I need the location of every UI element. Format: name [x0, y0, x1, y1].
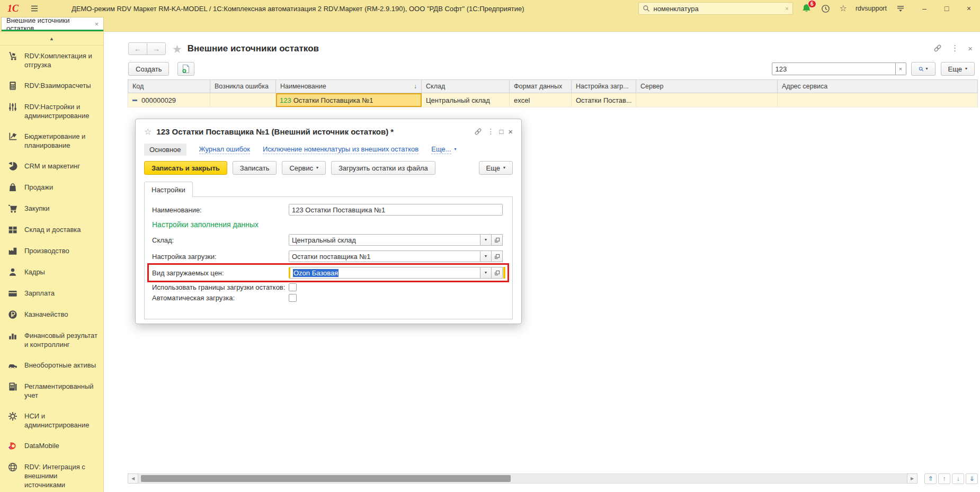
back-button[interactable]: ← [128, 42, 147, 55]
dialog-maximize-icon[interactable]: □ [499, 128, 503, 136]
sidebar-item-zarplata[interactable]: Зарплата [0, 283, 103, 304]
sidebar-item-crm-marketing[interactable]: CRM и маркетинг [0, 156, 103, 177]
sidebar-item-sklad-dostavka[interactable]: Склад и доставка [0, 219, 103, 240]
column-header-name[interactable]: Наименование ↓ [276, 80, 422, 93]
global-search-clear-icon[interactable]: × [785, 5, 788, 12]
dialog-star-icon[interactable]: ☆ [144, 127, 152, 137]
save-and-close-button[interactable]: Записать и закрыть [144, 161, 227, 175]
load-from-file-button[interactable]: Загрузить остатки из файла [331, 161, 435, 175]
tab-close-icon[interactable]: × [95, 21, 99, 28]
cell-error[interactable] [210, 93, 276, 107]
more-menu-icon[interactable]: ⋮ [951, 43, 959, 53]
dialog-more-menu-icon[interactable]: ⋮ [487, 127, 494, 136]
external-source-dialog: ☆ 123 Остатки Поставщика №1 (Внешний ист… [135, 119, 522, 324]
go-to-top-button[interactable]: ⇑ [924, 473, 937, 484]
sidebar-item-rdv-komplektaciya[interactable]: RDV:Комплектация и отгрузка [0, 46, 103, 75]
create-button[interactable]: Создать [128, 62, 169, 76]
sidebar-item-budzhetirovanie[interactable]: Бюджетирование и планирование [0, 126, 103, 156]
scroll-right-icon[interactable]: ▶ [907, 473, 917, 484]
sidebar-item-nsi-administrirovanie[interactable]: НСИ и администрирование [0, 406, 103, 435]
price-type-open-button[interactable] [492, 267, 503, 279]
table-row[interactable]: 000000029 123 Остатки Поставщика №1 Цент… [128, 93, 978, 108]
sidebar-item-kaznacheystvo[interactable]: Казначейство [0, 304, 103, 325]
dialog-more-button[interactable]: Еще ▾ [479, 161, 513, 175]
list-more-button[interactable]: Еще ▾ [941, 62, 975, 76]
dialog-close-icon[interactable]: × [508, 127, 513, 136]
load-setting-field-input[interactable]: Остатки поставщика №1 [289, 251, 480, 262]
cell-name-selected[interactable]: 123 Остатки Поставщика №1 [276, 93, 422, 107]
create-from-button[interactable] [177, 62, 194, 76]
sidebar-item-kadry[interactable]: Кадры [0, 262, 103, 283]
go-up-button[interactable]: ↑ [938, 473, 950, 484]
column-header-format[interactable]: Формат данных [510, 80, 572, 93]
sidebar-item-rdv-nastroyki[interactable]: RDV:Настройки и администрирование [0, 96, 103, 126]
column-header-warehouse[interactable]: Склад [422, 80, 510, 93]
search-options-button[interactable]: ▾ [911, 62, 936, 76]
load-setting-dropdown-button[interactable]: ▾ [480, 251, 492, 262]
link-icon[interactable] [933, 44, 942, 52]
go-down-button[interactable]: ↓ [952, 473, 964, 484]
go-to-bottom-button[interactable]: ⇓ [966, 473, 978, 484]
price-type-field-input[interactable]: Ozon Базовая [289, 267, 480, 279]
main-menu-icon[interactable] [30, 4, 39, 13]
shopping-cart-icon [8, 204, 17, 213]
sidebar-item-datamobile[interactable]: DataMobile [0, 435, 103, 457]
close-button[interactable]: × [963, 5, 975, 12]
load-setting-field-row: Настройка загрузки: Остатки поставщика №… [152, 251, 505, 262]
close-page-icon[interactable]: × [968, 44, 973, 53]
sidebar-item-rdv-vzaimoraschety[interactable]: RDV:Взаиморасчеты [0, 75, 103, 96]
tab-external-sources[interactable]: Внешние источники остатков × [1, 17, 104, 31]
name-field-input[interactable]: 123 Остатки Поставщика №1 [289, 204, 503, 216]
cell-server[interactable] [636, 93, 778, 107]
sidebar-item-prodazhi[interactable]: Продажи [0, 177, 103, 198]
scroll-left-icon[interactable]: ◀ [128, 473, 138, 484]
list-search-input[interactable]: 123 [772, 62, 896, 75]
global-search-input[interactable]: номенклатура × [638, 2, 793, 15]
minimize-button[interactable]: – [919, 5, 930, 12]
sidebar-item-rdv-integraciya[interactable]: RDV: Интеграция с внешними источниками [0, 457, 103, 492]
sidebar-collapse-button[interactable]: ▲ [0, 32, 103, 46]
column-header-error[interactable]: Возникла ошибка [210, 80, 276, 93]
history-icon[interactable] [821, 4, 830, 13]
nav-main-chip[interactable]: Основное [144, 144, 186, 156]
cell-format[interactable]: excel [510, 93, 572, 107]
save-button[interactable]: Записать [233, 161, 277, 175]
dialog-link-icon[interactable] [474, 128, 482, 136]
service-button[interactable]: Сервис ▾ [282, 161, 326, 175]
forward-button[interactable]: → [147, 42, 166, 55]
column-header-service-address[interactable]: Адрес сервиса [778, 80, 977, 93]
sidebar-item-finrezultat[interactable]: Финансовый результат и контроллинг [0, 325, 103, 355]
favorites-star-icon[interactable]: ☆ [840, 4, 847, 13]
sidebar-item-proizvodstvo[interactable]: Производство [0, 240, 103, 262]
column-header-code[interactable]: Код [128, 80, 210, 93]
nav-error-log-link[interactable]: Журнал ошибок [199, 145, 250, 154]
notifications-bell-icon[interactable]: 6 [801, 4, 812, 14]
page-star-icon[interactable]: ★ [172, 43, 182, 55]
use-limits-checkbox[interactable] [289, 283, 297, 291]
cell-warehouse[interactable]: Центральный склад [422, 93, 510, 107]
tab-settings[interactable]: Настройки [144, 182, 193, 197]
nav-more-link[interactable]: Еще... ▾ [431, 145, 456, 154]
warehouse-combo: Центральный склад ▾ [289, 234, 505, 246]
current-user[interactable]: rdvsupport [856, 5, 887, 12]
auto-load-checkbox[interactable] [289, 294, 297, 302]
maximize-button[interactable]: □ [941, 5, 952, 12]
cell-load-setting[interactable]: Остатки Постав... [572, 93, 636, 107]
sidebar-item-vneoborotnye-aktivy[interactable]: Внеоборотные активы [0, 355, 103, 376]
scrollbar-thumb[interactable] [141, 475, 511, 482]
column-header-server[interactable]: Сервер [636, 80, 778, 93]
warehouse-dropdown-button[interactable]: ▾ [480, 234, 492, 246]
load-setting-open-button[interactable] [492, 251, 503, 262]
sidebar-item-zakupki[interactable]: Закупки [0, 198, 103, 219]
nav-exclusion-link[interactable]: Исключение номенклатуры из внешних остат… [263, 145, 418, 154]
price-type-dropdown-button[interactable]: ▾ [480, 267, 492, 279]
list-search-clear-icon[interactable]: × [896, 62, 906, 75]
sidebar-item-reglamentirovanny-uchet[interactable]: Регламентированный учет [0, 376, 103, 406]
warehouse-open-button[interactable] [492, 234, 503, 246]
cell-code[interactable]: 000000029 [128, 93, 210, 107]
warehouse-field-input[interactable]: Центральный склад [289, 234, 480, 246]
user-menu-icon[interactable] [896, 4, 905, 13]
column-header-load-setting[interactable]: Настройка загр... [572, 80, 636, 93]
cell-service-address[interactable] [778, 93, 977, 107]
scrollbar-track[interactable] [138, 473, 907, 484]
